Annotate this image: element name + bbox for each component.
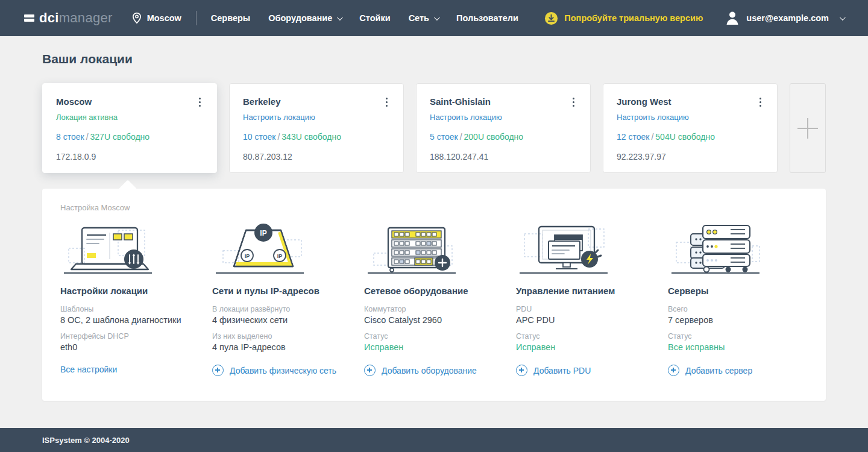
menu-item-racks[interactable]: Стойки xyxy=(359,13,390,23)
action-label: Добавить PDU xyxy=(533,366,591,375)
section-power-management: Управление питанием PDU APC PDU Статус И… xyxy=(516,221,656,376)
plus-circle-icon xyxy=(212,365,224,376)
location-switcher[interactable]: Moscow xyxy=(132,12,181,24)
row-label: В локации развёрнуто xyxy=(212,305,352,313)
kebab-menu-icon[interactable] xyxy=(570,96,577,108)
menu-label: Пользователи xyxy=(456,13,518,23)
location-cards: Moscow Локация активна 8 стоек/327U своб… xyxy=(42,83,826,173)
panel-title: Настройка Moscow xyxy=(60,203,808,212)
racks-count-link[interactable]: 5 стоек xyxy=(430,132,458,142)
footer: ISPsystem © 2004-2020 xyxy=(0,428,868,452)
row-label: Из них выделено xyxy=(212,332,352,341)
location-name: Berkeley xyxy=(243,96,281,107)
row-label: Статус xyxy=(364,332,504,341)
location-ip: 92.223.97.97 xyxy=(617,152,764,162)
row-value: Cisco Catalyst 2960 xyxy=(364,315,504,325)
section-networks-ip-pools: IP IP IP Сети и пулы IP-адресов В локаци… xyxy=(212,221,352,376)
row-label: Интерфейсы DHCP xyxy=(60,332,200,341)
menu-item-equipment[interactable]: Оборудование xyxy=(268,13,341,23)
setup-location-link[interactable]: Настроить локацию xyxy=(430,113,577,122)
menu-item-users[interactable]: Пользователи xyxy=(456,13,518,23)
racks-count-link[interactable]: 12 стоек xyxy=(617,132,649,142)
current-location-label: Moscow xyxy=(147,13,181,23)
setup-location-link[interactable]: Настроить локацию xyxy=(243,113,390,122)
power-management-illustration xyxy=(516,221,656,275)
section-title: Серверы xyxy=(668,286,808,296)
svg-text:IP: IP xyxy=(260,229,266,237)
add-server-link[interactable]: Добавить сервер xyxy=(668,365,808,376)
action-label: Добавить сервер xyxy=(685,366,752,375)
action-label: Все настройки xyxy=(60,365,117,374)
location-card-berkeley[interactable]: Berkeley Настроить локацию 10 стоек/343U… xyxy=(229,83,404,173)
copyright-text: ISPsystem © 2004-2020 xyxy=(42,436,130,445)
kebab-menu-icon[interactable] xyxy=(197,96,203,108)
capacity-separator: / xyxy=(277,132,280,142)
free-units: 200U свободно xyxy=(464,132,524,142)
status-value: Исправен xyxy=(516,342,656,352)
location-name: Jurong West xyxy=(617,96,671,107)
location-capacity: 10 стоек/343U свободно xyxy=(243,132,390,142)
section-network-equipment: Сетевое оборудование Коммутатор Cisco Ca… xyxy=(364,221,504,376)
add-physical-network-link[interactable]: Добавить физическую сеть xyxy=(212,365,352,376)
location-pin-icon xyxy=(132,12,142,24)
row-label: Коммутатор xyxy=(364,305,504,313)
user-menu[interactable]: user@example.com xyxy=(725,10,844,26)
user-email: user@example.com xyxy=(746,13,829,23)
network-switch-illustration xyxy=(364,221,504,275)
action-label: Добавить физическую сеть xyxy=(230,366,336,375)
menu-item-network[interactable]: Сеть xyxy=(409,13,438,23)
section-location-settings: Настройки локации Шаблоны 8 ОС, 2 шаблон… xyxy=(60,221,200,376)
row-value: 4 пула IP-адресов xyxy=(212,342,352,352)
row-label: Статус xyxy=(516,332,656,341)
row-label: PDU xyxy=(516,305,656,313)
page-title: Ваши локации xyxy=(42,52,826,66)
all-settings-link[interactable]: Все настройки xyxy=(60,365,200,374)
top-navbar: dcimanager Moscow Серверы Оборудование С… xyxy=(0,0,868,36)
section-servers: Серверы Всего 7 серверов Статус Все испр… xyxy=(668,221,808,376)
racks-count-link[interactable]: 10 стоек xyxy=(243,132,275,142)
row-value: 7 серверов xyxy=(668,315,808,325)
plus-circle-icon xyxy=(364,365,376,376)
capacity-separator: / xyxy=(651,132,653,142)
racks-count-link[interactable]: 8 стоек xyxy=(56,132,84,142)
trial-banner[interactable]: Попробуйте триальную версию xyxy=(544,11,703,25)
location-card-jurong-west[interactable]: Jurong West Настроить локацию 12 стоек/5… xyxy=(603,83,778,173)
free-units: 504U свободно xyxy=(655,132,715,142)
add-pdu-link[interactable]: Добавить PDU xyxy=(516,365,656,376)
location-capacity: 8 стоек/327U свободно xyxy=(56,132,203,142)
svg-text:IP: IP xyxy=(245,253,250,259)
logo-text-light: manager xyxy=(59,10,113,25)
section-title: Сетевое оборудование xyxy=(364,286,504,296)
location-capacity: 12 стоек/504U свободно xyxy=(617,132,764,142)
row-label: Шаблоны xyxy=(60,305,200,313)
add-equipment-link[interactable]: Добавить оборудование xyxy=(364,365,504,376)
trial-label: Попробуйте триальную версию xyxy=(564,13,703,23)
user-avatar-icon xyxy=(725,10,740,26)
svg-text:IP: IP xyxy=(277,253,283,259)
ip-pool-illustration: IP IP IP xyxy=(212,221,352,275)
kebab-menu-icon[interactable] xyxy=(757,96,764,108)
menu-label: Оборудование xyxy=(268,13,332,23)
plus-icon xyxy=(797,118,818,139)
main-content: Ваши локации Moscow Локация активна 8 ст… xyxy=(0,36,868,428)
status-value: Все исправны xyxy=(668,342,808,352)
download-icon xyxy=(544,11,558,25)
location-card-moscow[interactable]: Moscow Локация активна 8 стоек/327U своб… xyxy=(42,83,217,173)
dcimanager-logo[interactable]: dcimanager xyxy=(24,10,113,26)
main-menu: Серверы Оборудование Стойки Сеть Пользов… xyxy=(211,13,518,23)
location-card-saint-ghislain[interactable]: Saint-Ghislain Настроить локацию 5 стоек… xyxy=(416,83,591,173)
kebab-menu-icon[interactable] xyxy=(383,96,390,108)
add-location-button[interactable] xyxy=(790,83,826,173)
location-name: Moscow xyxy=(56,96,92,107)
section-title: Сети и пулы IP-адресов xyxy=(212,286,352,296)
setup-location-link[interactable]: Настроить локацию xyxy=(617,113,764,122)
menu-item-servers[interactable]: Серверы xyxy=(211,13,250,23)
menu-label: Серверы xyxy=(211,13,250,23)
chevron-down-icon xyxy=(840,14,846,20)
location-ip: 172.18.0.9 xyxy=(56,152,203,162)
logo-bars-icon xyxy=(24,13,34,23)
plus-circle-icon xyxy=(668,365,679,376)
menu-label: Стойки xyxy=(359,13,390,23)
capacity-separator: / xyxy=(86,132,89,142)
location-detail-panel: Настройка Moscow xyxy=(42,189,826,401)
